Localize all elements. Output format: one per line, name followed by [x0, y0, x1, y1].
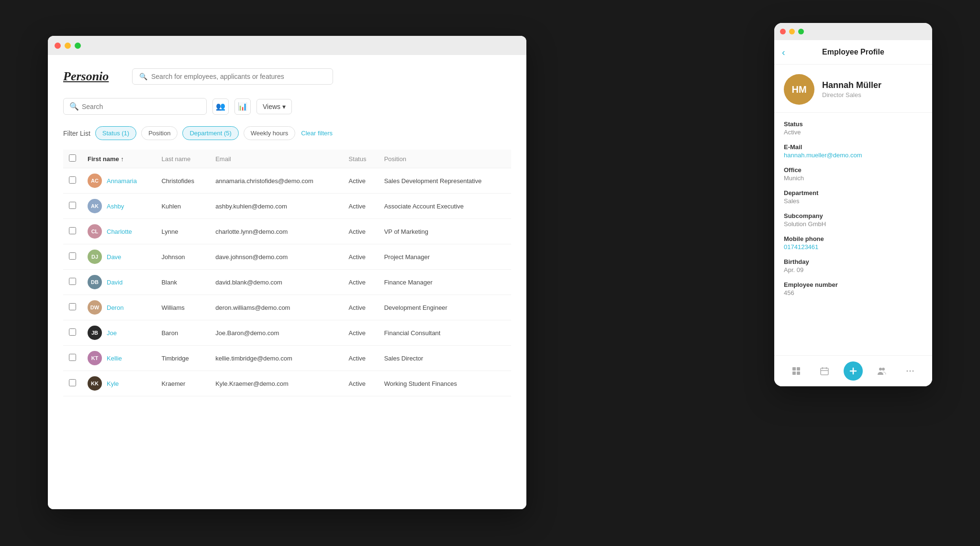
row-status-cell: Active — [343, 219, 379, 244]
row-lastname-cell: Baron — [156, 320, 210, 346]
profile-job-title: Director Sales — [822, 91, 881, 98]
employee-avatar: AK — [88, 199, 102, 213]
filter-chip-weekly-hours[interactable]: Weekly hours — [244, 126, 296, 140]
employee-name-link[interactable]: Annamaria — [107, 177, 137, 185]
row-checkbox[interactable] — [69, 303, 76, 310]
employee-name-link[interactable]: Kyle — [107, 380, 119, 387]
window-content: Personio 🔍 🔍 👥 📊 Views ▾ Filte — [48, 55, 526, 509]
clear-filters-button[interactable]: Clear filters — [300, 127, 334, 140]
employee-name-link[interactable]: Kellie — [107, 355, 122, 362]
table-row: CL Charlotte Lynne charlotte.lynn@demo.c… — [63, 219, 511, 244]
chart-icon-btn[interactable]: 📊 — [234, 98, 251, 115]
col-status[interactable]: Status — [343, 150, 379, 168]
profile-field: E-Mail hannah.mueller@demo.com — [784, 143, 923, 159]
employee-name-link[interactable]: Charlotte — [107, 228, 132, 235]
row-checkbox[interactable] — [69, 252, 76, 260]
row-lastname-cell: Christofides — [156, 168, 210, 194]
row-checkbox-cell[interactable] — [63, 219, 82, 244]
row-firstname-cell: AC Annamaria — [82, 168, 156, 194]
row-checkbox[interactable] — [69, 379, 76, 386]
row-lastname-cell: Kraemer — [156, 371, 210, 396]
table-row: DW Deron Williams deron.williams@demo.co… — [63, 295, 511, 320]
minimize-button[interactable] — [65, 43, 71, 49]
row-checkbox-cell[interactable] — [63, 244, 82, 270]
profile-close-button[interactable] — [780, 29, 786, 34]
profile-nav-calendar[interactable] — [815, 361, 834, 381]
table-row: JB Joe Baron Joe.Baron@demo.com Active F… — [63, 320, 511, 346]
row-lastname-cell: Johnson — [156, 244, 210, 270]
profile-maximize-button[interactable] — [798, 29, 804, 34]
field-value[interactable]: hannah.mueller@demo.com — [784, 152, 923, 159]
select-all-header[interactable] — [63, 150, 82, 168]
employee-name-link[interactable]: Ashby — [107, 203, 124, 210]
filter-chip-status[interactable]: Status (1) — [95, 126, 136, 140]
row-checkbox-cell[interactable] — [63, 168, 82, 194]
row-firstname-cell: DW Deron — [82, 295, 156, 320]
select-all-checkbox[interactable] — [69, 154, 76, 162]
profile-nav-grid[interactable] — [787, 361, 806, 381]
table-row: AK Ashby Kuhlen ashby.kuhlen@demo.com Ac… — [63, 194, 511, 219]
profile-nav-people[interactable] — [872, 361, 891, 381]
row-email-cell: charlotte.lynn@demo.com — [210, 219, 343, 244]
table-header: First name ↑ Last name Email Status Posi… — [63, 150, 511, 168]
employee-name-link[interactable]: Deron — [107, 304, 123, 311]
row-status-cell: Active — [343, 371, 379, 396]
row-position-cell: VP of Marketing — [379, 219, 511, 244]
toolbar-row: 🔍 👥 📊 Views ▾ — [63, 98, 511, 115]
global-search-input[interactable] — [151, 73, 326, 80]
profile-nav-more[interactable] — [901, 361, 920, 381]
maximize-button[interactable] — [75, 43, 81, 49]
close-button[interactable] — [55, 43, 61, 49]
row-firstname-cell: JB Joe — [82, 320, 156, 346]
row-checkbox[interactable] — [69, 176, 76, 184]
field-label: Mobile phone — [784, 235, 923, 242]
views-label: Views ▾ — [263, 103, 286, 110]
row-status-cell: Active — [343, 194, 379, 219]
row-checkbox[interactable] — [69, 202, 76, 209]
profile-user-info: HM Hannah Müller Director Sales — [774, 65, 932, 113]
back-button[interactable]: ‹ — [782, 47, 785, 58]
col-lastname[interactable]: Last name — [156, 150, 210, 168]
search-icon: 🔍 — [69, 102, 79, 111]
row-checkbox[interactable] — [69, 354, 76, 361]
filter-chip-position[interactable]: Position — [141, 126, 178, 140]
row-position-cell: Sales Development Representative — [379, 168, 511, 194]
employee-group-icon-btn[interactable]: 👥 — [212, 98, 229, 115]
employee-avatar: CL — [88, 224, 102, 239]
row-checkbox-cell[interactable] — [63, 346, 82, 371]
svg-rect-3 — [797, 371, 800, 375]
profile-nav-add[interactable] — [844, 361, 863, 381]
row-checkbox-cell[interactable] — [63, 371, 82, 396]
employee-name-link[interactable]: Joe — [107, 329, 117, 337]
row-checkbox-cell[interactable] — [63, 295, 82, 320]
row-checkbox[interactable] — [69, 278, 76, 285]
filter-chip-department[interactable]: Department (5) — [182, 126, 238, 140]
filter-row: Filter List Status (1) Position Departme… — [63, 126, 511, 140]
row-checkbox-cell[interactable] — [63, 194, 82, 219]
svg-point-12 — [907, 371, 908, 372]
main-window: Personio 🔍 🔍 👥 📊 Views ▾ Filte — [48, 36, 526, 509]
profile-panel-title: Employee Profile — [784, 48, 923, 56]
row-firstname-cell: DJ Dave — [82, 244, 156, 270]
row-checkbox[interactable] — [69, 328, 76, 336]
col-email[interactable]: Email — [210, 150, 343, 168]
row-checkbox[interactable] — [69, 227, 76, 234]
employee-name-link[interactable]: Dave — [107, 253, 121, 261]
profile-minimize-button[interactable] — [789, 29, 795, 34]
search-input[interactable] — [82, 103, 200, 110]
table-row: KK Kyle Kraemer Kyle.Kraemer@demo.com Ac… — [63, 371, 511, 396]
row-checkbox-cell[interactable] — [63, 270, 82, 295]
col-position[interactable]: Position — [379, 150, 511, 168]
profile-field: Department Sales — [784, 189, 923, 205]
profile-field: Employee number 456 — [784, 281, 923, 296]
field-value[interactable]: 0174123461 — [784, 243, 923, 251]
global-search-bar[interactable]: 🔍 — [132, 68, 333, 85]
row-lastname-cell: Kuhlen — [156, 194, 210, 219]
employee-search-bar[interactable]: 🔍 — [63, 98, 207, 115]
row-checkbox-cell[interactable] — [63, 320, 82, 346]
employee-name-link[interactable]: David — [107, 279, 122, 286]
col-firstname[interactable]: First name ↑ — [82, 150, 156, 168]
views-button[interactable]: Views ▾ — [256, 99, 292, 114]
row-status-cell: Active — [343, 270, 379, 295]
row-position-cell: Working Student Finances — [379, 371, 511, 396]
